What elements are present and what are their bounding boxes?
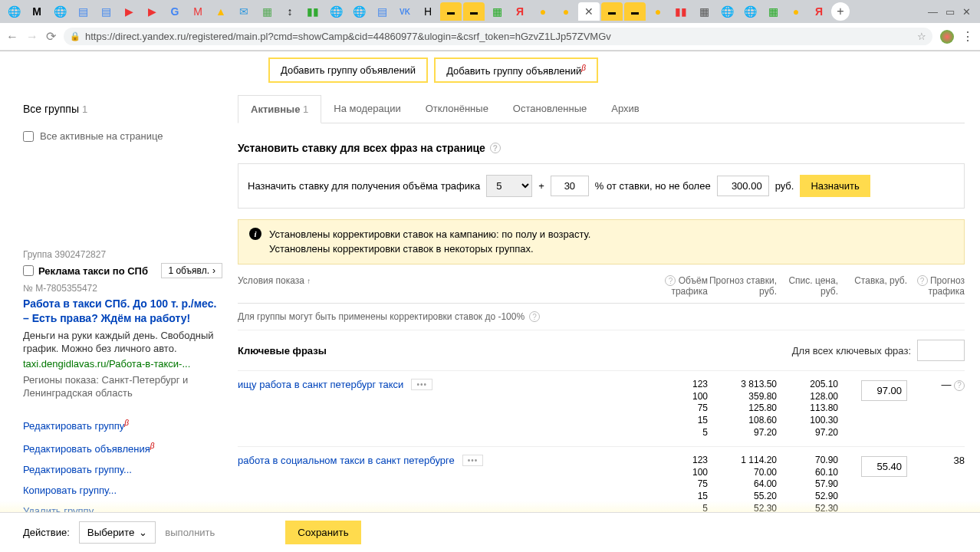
tab-active[interactable]: Активные 1 <box>238 95 321 123</box>
help-icon[interactable]: ? <box>529 311 540 322</box>
ad-url[interactable]: taxi.dengidlavas.ru/Работа-в-такси-... <box>23 358 222 370</box>
ad-id: № M-7805355472 <box>23 283 222 294</box>
tab-8[interactable]: M <box>187 2 209 21</box>
chevron-down-icon: ⌄ <box>139 527 147 538</box>
tab-3[interactable]: ▤ <box>72 2 94 21</box>
for-all-label: Для всех ключевых фраз: <box>792 345 911 356</box>
edit-group2-link[interactable]: Редактировать группу... <box>23 459 222 480</box>
tab-12[interactable]: ↕ <box>279 2 301 21</box>
tab-28[interactable]: ● <box>647 2 669 21</box>
tab-25-active[interactable]: ✕ <box>578 2 600 21</box>
tab-11[interactable]: ▦ <box>256 2 278 21</box>
tab-23[interactable]: ● <box>532 2 554 21</box>
volume-select[interactable]: 5 <box>486 175 532 197</box>
tab-24[interactable]: ● <box>555 2 577 21</box>
tab-33[interactable]: ▦ <box>762 2 784 21</box>
tab-archive[interactable]: Архив <box>599 95 651 123</box>
all-groups-count: 1 <box>82 104 87 115</box>
tab-32[interactable]: 🌐 <box>739 2 761 21</box>
help-icon[interactable]: ? <box>490 143 501 153</box>
tab-1[interactable]: M <box>26 2 48 21</box>
reload-button[interactable]: ⟳ <box>46 29 56 44</box>
tab-14[interactable]: 🌐 <box>325 2 347 21</box>
forecast-values: 3 813.50359.80125.80108.6097.20 <box>708 379 777 439</box>
writeoff-values: 205.10128.00113.80100.3097.20 <box>777 379 838 439</box>
tab-9[interactable]: ▲ <box>210 2 232 21</box>
percent-input[interactable] <box>551 176 589 196</box>
close-window-button[interactable]: ✕ <box>962 6 971 18</box>
copy-group-link[interactable]: Копировать группу... <box>23 480 222 501</box>
tab-10[interactable]: ✉ <box>233 2 255 21</box>
ads-count-button[interactable]: 1 объявл.› <box>161 263 222 278</box>
action-select[interactable]: Выберите⌄ <box>79 521 156 544</box>
url-text: https://direct.yandex.ru/registered/main… <box>85 31 913 42</box>
status-tabs: Активные 1 На модерации Отклонённые Оста… <box>238 95 965 123</box>
url-bar[interactable]: 🔒 https://direct.yandex.ru/registered/ma… <box>64 28 932 45</box>
assign-button[interactable]: Назначить <box>800 175 870 197</box>
tab-15[interactable]: 🌐 <box>348 2 370 21</box>
phrase-link[interactable]: ищу работа в санкт петербург такси <box>238 379 403 390</box>
help-icon[interactable]: ? <box>917 275 928 286</box>
forward-button[interactable]: → <box>26 30 38 44</box>
tab-34[interactable]: ● <box>785 2 807 21</box>
chrome-menu[interactable]: ⋮ <box>962 29 974 44</box>
prognosis-value: — ? <box>907 379 965 439</box>
extension-icon[interactable] <box>940 30 954 44</box>
tab-moderation[interactable]: На модерации <box>321 95 413 123</box>
back-button[interactable]: ← <box>6 30 18 44</box>
tab-rejected[interactable]: Отклонённые <box>413 95 501 123</box>
edit-ads-link[interactable]: Редактировать объявленияβ <box>23 437 222 459</box>
tab-7[interactable]: G <box>164 2 186 21</box>
group-checkbox[interactable] <box>23 265 34 276</box>
all-active-checkbox[interactable]: Все активные на странице <box>23 123 222 142</box>
help-icon[interactable]: ? <box>665 275 676 286</box>
tab-27[interactable]: ▬ <box>624 2 646 21</box>
tab-5[interactable]: ▶ <box>118 2 140 21</box>
all-groups-label: Все группы <box>23 103 79 115</box>
tab-29[interactable]: ▮▮ <box>670 2 692 21</box>
bid-input[interactable] <box>861 380 907 401</box>
execute-button[interactable]: выполнить <box>165 527 215 538</box>
tab-17[interactable]: VK <box>394 2 416 21</box>
tab-13[interactable]: ▮▮ <box>302 2 324 21</box>
chevron-right-icon: › <box>212 265 215 276</box>
tab-0[interactable]: 🌐 <box>3 2 25 21</box>
notice-line1: Установлены корректировки ставок на камп… <box>269 228 590 242</box>
ad-regions: Регионы показа: Санкт-Петербург и Ленинг… <box>23 374 222 400</box>
for-all-input[interactable] <box>917 340 965 361</box>
minimize-button[interactable]: — <box>928 6 938 18</box>
max-bid-input[interactable] <box>717 176 769 196</box>
tab-30[interactable]: ▦ <box>693 2 715 21</box>
tab-31[interactable]: 🌐 <box>716 2 738 21</box>
group-name: Реклама такси по СПб <box>38 265 148 277</box>
tab-6[interactable]: ▶ <box>141 2 163 21</box>
tab-26[interactable]: ▬ <box>601 2 623 21</box>
assign-label: Назначить ставку для получения объёма тр… <box>248 180 480 192</box>
bid-section-title: Установить ставку для всех фраз на стран… <box>238 142 485 154</box>
tab-20[interactable]: ▬ <box>463 2 485 21</box>
corrections-text: Для группы могут быть применены корректи… <box>238 311 525 322</box>
notice-line2: Установлены корректировки ставок в некот… <box>269 242 590 256</box>
tab-22[interactable]: Я <box>509 2 531 21</box>
tab-21[interactable]: ▦ <box>486 2 508 21</box>
tab-16[interactable]: ▤ <box>371 2 393 21</box>
phrase-menu-button[interactable]: ••• <box>462 455 484 466</box>
phrase-menu-button[interactable]: ••• <box>411 379 432 390</box>
ad-title[interactable]: Работа в такси СПб. До 100 т. р./мес. – … <box>23 297 222 324</box>
tab-35[interactable]: Я <box>808 2 830 21</box>
tab-2[interactable]: 🌐 <box>49 2 71 21</box>
tab-stopped[interactable]: Остановленные <box>501 95 599 123</box>
maximize-button[interactable]: ▭ <box>945 6 955 18</box>
phrase-link[interactable]: работа в социальном такси в санкт петерб… <box>238 455 455 466</box>
new-tab-button[interactable]: + <box>831 2 850 21</box>
bid-input[interactable] <box>861 456 907 477</box>
action-label: Действие: <box>23 527 70 538</box>
tab-4[interactable]: ▤ <box>95 2 117 21</box>
tab-19[interactable]: ▬ <box>440 2 462 21</box>
edit-group-link[interactable]: Редактировать группуβ <box>23 414 222 436</box>
bookmark-star-icon[interactable]: ☆ <box>917 31 926 42</box>
add-group-button-1[interactable]: Добавить группу объявлений <box>268 58 428 83</box>
add-group-button-2[interactable]: Добавить группу объявленийβ <box>434 58 598 83</box>
save-button[interactable]: Сохранить <box>285 521 360 544</box>
tab-18[interactable]: H <box>417 2 439 21</box>
